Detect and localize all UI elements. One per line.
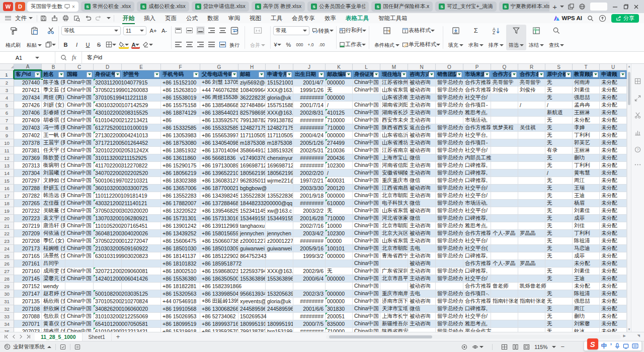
name-box[interactable]: A1 [0,52,55,63]
cell[interactable]: 留学总经办 [436,139,463,147]
cell[interactable]: 无 [545,162,573,169]
cell[interactable]: 207219 [14,222,42,230]
cell[interactable]: 2001/4/7 [293,79,326,86]
cell[interactable]: China中国 [65,79,94,86]
cell[interactable]: 169698712 [266,162,293,169]
cell[interactable]: 有录 [545,147,573,154]
cell[interactable]: China中国 [65,328,94,332]
cell[interactable] [94,283,122,290]
cell[interactable]: China中国 [65,117,94,124]
cell[interactable]: 合作方推荐 [463,260,491,268]
cell[interactable]: 北京市朝阳 [380,192,408,200]
cell[interactable]: 000000 [326,252,353,260]
cell[interactable]: 未分配 [600,200,627,207]
cell[interactable]: 310103200212255069 [94,313,122,320]
cell[interactable]: 320721200209060081 [94,268,122,275]
cell[interactable]: 无 [545,154,573,162]
clear-format-button[interactable] [142,40,153,49]
filter-dropdown-button[interactable] [401,72,407,77]
cell[interactable]: China中国 [353,222,380,230]
cell[interactable]: 吕同学 [42,260,65,268]
cell[interactable]: +44 7460762888 [200,86,238,94]
cell[interactable]: +86 1300682663 [200,305,238,313]
cell[interactable]: 社交平台( [463,245,491,252]
cell[interactable]: 207223 [14,215,42,222]
wps-ai-button[interactable]: WPS AI [553,15,582,21]
worksheet-button[interactable]: 工作表 [339,40,366,49]
cell[interactable]: 未分配 [600,275,627,283]
cell[interactable]: 微信 [408,177,436,185]
cell[interactable]: 主动咨询 [408,222,436,230]
cell[interactable]: tanghaoxu [238,222,266,230]
formula-input[interactable]: 客户id [82,54,103,61]
cell[interactable]: xyevents@ [238,298,266,305]
column-header-L[interactable]: L [353,64,380,70]
cell[interactable]: China中国 [353,162,380,169]
cell[interactable]: / [545,169,573,177]
globe-icon[interactable] [579,4,585,10]
cell[interactable]: 207403 [14,124,42,132]
cell[interactable]: 主动咨询 [408,268,436,275]
row-header-29[interactable]: 29 [0,283,14,290]
cell[interactable]: +86 18501030 [161,245,200,252]
cell[interactable]: 2002/5/31 [293,147,326,154]
row-header-3[interactable]: 3 [0,86,14,94]
filter-dropdown-button[interactable] [538,72,544,77]
column-title-cell[interactable]: 市场来源 [463,70,491,79]
cell[interactable]: 强思喆 [573,298,600,305]
column-title-cell[interactable]: 原中介机 [545,70,573,79]
cell[interactable]: China中国 [353,260,380,268]
cell[interactable] [491,102,518,109]
cell[interactable]: 207108 [14,305,42,313]
cell[interactable]: China中国 [65,109,94,117]
cell[interactable]: 207288 [14,185,42,192]
save-icon[interactable] [40,15,47,22]
cell[interactable]: 留学总经办 [436,132,463,139]
cell[interactable]: 207434 [14,94,42,102]
cell[interactable]: 200436 [326,154,353,162]
find-button[interactable]: 查找 [546,25,567,50]
cell[interactable]: 610104200212213421 [94,328,122,332]
cell[interactable]: 山东省东营 [380,86,408,94]
cell[interactable]: 207208 [14,237,42,245]
cell[interactable]: 155363896 [238,275,266,283]
cell[interactable]: 湖南省浏阳 [380,102,408,109]
cell[interactable]: guiwanwei [266,245,293,252]
cell[interactable]: China中国 [353,139,380,147]
cell[interactable]: 电子科技大 [380,200,408,207]
cell[interactable]: 左佳薇 (女 [42,200,65,207]
cell[interactable]: XXX@163. [266,109,293,117]
cell[interactable]: 刘素佳 [573,86,600,94]
document-tab[interactable]: S常州公积金 .xlsx [81,2,134,12]
cell[interactable]: +86 1899937166 [200,320,238,328]
cell[interactable]: China中国 [353,215,380,222]
prev-sheet-icon[interactable] [12,334,16,339]
normal-view-icon[interactable] [501,344,508,350]
cell[interactable]: 169698712 [238,162,266,169]
cell[interactable]: 未分配 [600,86,627,94]
column-title-cell[interactable]: 现住地址 [380,70,408,79]
cell[interactable]: 未分配 [600,169,627,177]
filter-dropdown-button[interactable] [373,72,379,77]
panel-chart-icon[interactable] [634,129,641,136]
cell[interactable]: 370502199901260083 [94,86,122,94]
cell[interactable] [491,154,518,162]
share-button[interactable]: 分享 [611,14,639,23]
panel-expand-icon[interactable] [634,95,641,102]
cell[interactable]: China中国 [353,245,380,252]
cell[interactable]: China中国 [65,313,94,320]
column-header-H[interactable]: H [238,64,266,70]
cell[interactable]: 102300 [326,162,353,169]
cell[interactable]: +86 1335925706 [200,117,238,124]
cell[interactable]: 2002/7/16 [293,222,326,230]
cell[interactable]: 207161 [14,260,42,268]
cell[interactable]: 黄韦慧 [573,169,600,177]
cell[interactable]: 370503200302020020 [94,207,122,215]
cell[interactable]: +86 13053983 [161,132,200,139]
cell[interactable]: 王丽淋 [573,147,600,154]
cell[interactable]: 未分配 [600,139,627,147]
screen-share-icon[interactable] [64,4,70,9]
cell[interactable] [518,177,545,185]
cell[interactable]: 2002/9/6 [293,268,326,275]
cell[interactable]: 500108200203035125 [94,290,122,298]
